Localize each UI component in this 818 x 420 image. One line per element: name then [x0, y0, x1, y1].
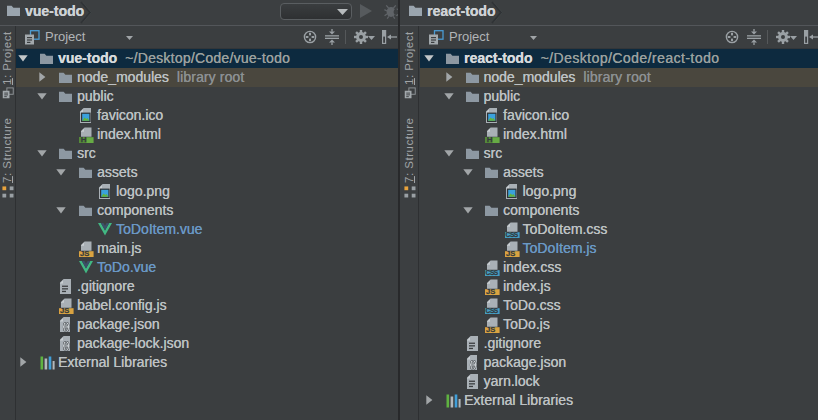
svg-text:CSS: CSS — [486, 307, 499, 314]
svg-text:JS: JS — [506, 249, 515, 257]
svg-text:JS: JS — [80, 249, 89, 257]
svg-text:H: H — [487, 135, 493, 143]
svg-text:CSS: CSS — [505, 231, 518, 238]
svg-text:H: H — [81, 135, 87, 143]
svg-text:JS: JS — [60, 306, 69, 314]
svg-text:JS: JS — [486, 287, 495, 295]
svg-text:CSS: CSS — [486, 269, 499, 276]
svg-text:JS: JS — [486, 325, 495, 333]
